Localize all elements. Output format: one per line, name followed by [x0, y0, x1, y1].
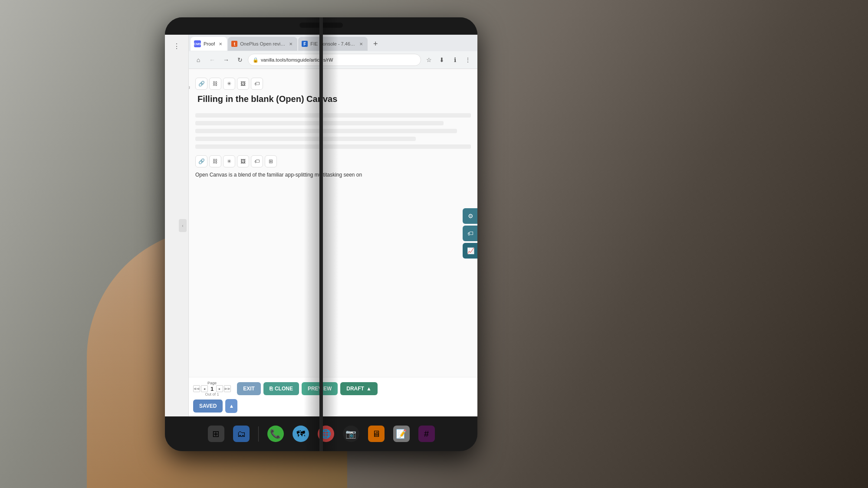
browser-area: CMS Proof ✕ t OnePlus Open review: A ✕ F… — [189, 35, 477, 416]
browser-chrome: CMS Proof ✕ t OnePlus Open review: A ✕ F… — [189, 35, 477, 69]
image-button[interactable]: 🖼 — [237, 78, 249, 90]
tab-oneplus-close[interactable]: ✕ — [288, 41, 294, 47]
nav-phone-icon[interactable]: 📞 — [267, 426, 284, 442]
bottom-toolbar: Page ⊲⊲ ◂ 1 ▸ ⊳⊳ Out of 1 EXIT ⎘ CLO — [189, 377, 477, 416]
forward-button[interactable]: → — [220, 54, 232, 66]
tab-proof-label: Proof — [204, 41, 215, 46]
text-asterisk-button[interactable]: ✳ — [223, 155, 235, 167]
text-grid-button[interactable]: ⊞ — [265, 155, 277, 167]
clone-icon: ⎘ — [270, 386, 273, 392]
page-nav-buttons: ⊲⊲ ◂ 1 ▸ ⊳⊳ — [193, 385, 231, 392]
text-link-button[interactable]: 🔗 — [195, 155, 207, 167]
exit-button[interactable]: EXIT — [237, 382, 261, 395]
right-float-buttons: ⚙ 🏷 📈 — [463, 208, 477, 259]
tab-fie-label: FIE Console - 7.46.3-1f9 — [310, 41, 355, 46]
tab-proof-favicon: CMS — [194, 40, 201, 47]
nav-grid-icon[interactable]: ⊞ — [208, 426, 224, 442]
back-button[interactable]: ← — [206, 54, 218, 66]
expand-arrow: ▲ — [229, 403, 234, 409]
asterisk-button[interactable]: ✳ — [223, 78, 235, 90]
reload-button[interactable]: ↻ — [234, 54, 246, 66]
content-line-5 — [195, 144, 471, 149]
info-button[interactable]: ℹ — [449, 54, 461, 66]
new-tab-button[interactable]: + — [369, 38, 381, 50]
draft-label: DRAFT — [346, 386, 364, 392]
content-line-2 — [195, 121, 444, 125]
tab-fie[interactable]: F FIE Console - 7.46.3-1f9 ✕ — [298, 37, 368, 51]
saved-button[interactable]: SAVED — [193, 400, 223, 413]
toolbar-row-1: Page ⊲⊲ ◂ 1 ▸ ⊳⊳ Out of 1 EXIT ⎘ CLO — [193, 381, 473, 396]
page-content: ⚙ 🏷 📈 H Heading 🔗 ⛓ ✳ 🖼 🏷 Filling — [189, 69, 477, 416]
sidebar-menu-icon[interactable]: ⋮ — [172, 41, 181, 51]
heading-toolbar: 🔗 ⛓ ✳ 🖼 🏷 — [195, 78, 471, 90]
nav-files-icon[interactable]: 🗂 — [233, 426, 250, 442]
address-bar[interactable]: 🔒 vanilla.tools/tomsguide/articles/rW — [248, 54, 421, 66]
tab-fie-close[interactable]: ✕ — [358, 41, 364, 47]
clone-label: CLONE — [275, 386, 293, 392]
page-navigation: Page ⊲⊲ ◂ 1 ▸ ⊳⊳ Out of 1 — [193, 381, 231, 396]
sidebar-collapse-arrow[interactable]: ‹ — [179, 219, 187, 232]
heading-side-label: H Heading — [189, 78, 190, 89]
nav-settings-icon[interactable]: 🖥 — [368, 426, 385, 442]
camera-pill — [299, 23, 343, 28]
page-number: 1 — [209, 386, 215, 392]
toolbar-row-2: SAVED ▲ — [193, 399, 473, 413]
text-block-toolbar: 🔗 ⛓ ✳ 🖼 🏷 ⊞ — [195, 155, 471, 167]
content-line-4 — [195, 137, 416, 141]
article-heading: Filling in the blank (Open) Canvas — [195, 93, 471, 105]
prev-page-button[interactable]: ◂ — [201, 385, 208, 392]
draft-button[interactable]: DRAFT ▲ — [340, 382, 378, 395]
tag-float-button[interactable]: 🏷 — [463, 226, 477, 241]
left-sidebar: ⋮ ‹ — [165, 35, 189, 416]
chart-float-button[interactable]: 📈 — [463, 243, 477, 259]
first-page-button[interactable]: ⊲⊲ — [193, 385, 200, 392]
nav-divider — [258, 426, 259, 442]
settings-float-button[interactable]: ⚙ — [463, 208, 477, 224]
preview-button[interactable]: PREVIEW — [302, 382, 338, 395]
tab-proof-close[interactable]: ✕ — [217, 41, 224, 47]
page-label: Page — [207, 381, 217, 385]
nav-slack-icon[interactable]: # — [418, 426, 435, 442]
text-content: Open Canvas is a blend of the familiar a… — [195, 171, 471, 179]
text-image-button[interactable]: 🖼 — [237, 155, 249, 167]
address-text: vanilla.tools/tomsguide/articles/rW — [261, 57, 416, 62]
tab-proof[interactable]: CMS Proof ✕ — [191, 37, 227, 51]
content-line-3 — [195, 129, 457, 133]
nav-chrome-icon[interactable]: 🌐 — [318, 426, 334, 442]
heading-block: H Heading 🔗 ⛓ ✳ 🖼 🏷 Filling in the blank… — [195, 78, 471, 105]
next-page-button[interactable]: ▸ — [216, 385, 223, 392]
page-out-of: Out of 1 — [205, 392, 219, 396]
draft-arrow: ▲ — [366, 386, 372, 392]
content-lines — [195, 113, 471, 149]
phone-bottom-nav: ⊞ 🗂 📞 🗺 🌐 📷 🖥 📝 # — [165, 416, 477, 451]
content-line-1 — [195, 113, 471, 118]
last-page-button[interactable]: ⊳⊳ — [224, 385, 231, 392]
phone-device: ⋮ ‹ CMS Proof ✕ t OnePlus Open review: A… — [165, 17, 477, 451]
link-button[interactable]: 🔗 — [195, 78, 207, 90]
clone-button[interactable]: ⎘ CLONE — [263, 382, 299, 395]
nav-right-buttons: ☆ ⬇ ℹ ⋮ — [423, 54, 474, 66]
home-button[interactable]: ⌂ — [192, 54, 204, 66]
text-block: T Text 🔗 ⛓ ✳ 🖼 🏷 ⊞ Open Canvas is a blen… — [195, 155, 471, 179]
expand-button[interactable]: ▲ — [225, 399, 237, 413]
tab-oneplus-favicon: t — [231, 41, 237, 47]
text-unlink-button[interactable]: ⛓ — [209, 155, 221, 167]
menu-button[interactable]: ⋮ — [462, 54, 474, 66]
heading-text: Heading — [189, 85, 190, 89]
nav-camera-icon[interactable]: 📷 — [343, 426, 359, 442]
unlink-button[interactable]: ⛓ — [209, 78, 221, 90]
nav-bar: ⌂ ← → ↻ 🔒 vanilla.tools/tomsguide/articl… — [189, 51, 477, 69]
tab-oneplus-label: OnePlus Open review: A — [240, 41, 285, 46]
tab-oneplus[interactable]: t OnePlus Open review: A ✕ — [228, 37, 297, 51]
tab-fie-favicon: F — [302, 41, 308, 47]
nav-notes-icon[interactable]: 📝 — [393, 426, 410, 442]
nav-maps-icon[interactable]: 🗺 — [293, 426, 309, 442]
star-button[interactable]: ☆ — [423, 54, 435, 66]
text-tag-button[interactable]: 🏷 — [251, 155, 263, 167]
download-button[interactable]: ⬇ — [436, 54, 448, 66]
tab-bar: CMS Proof ✕ t OnePlus Open review: A ✕ F… — [189, 35, 477, 51]
security-icon: 🔒 — [253, 57, 259, 63]
tag-button[interactable]: 🏷 — [251, 78, 263, 90]
